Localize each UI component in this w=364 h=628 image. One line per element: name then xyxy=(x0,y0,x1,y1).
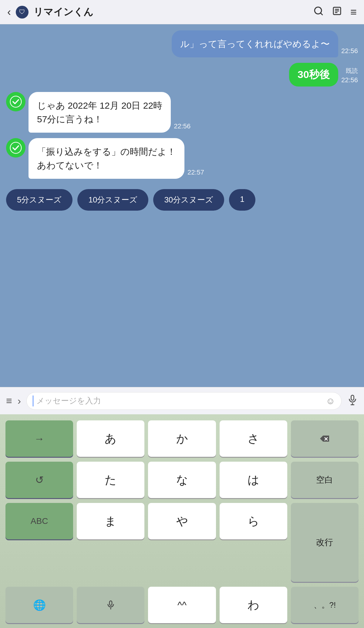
header: ‹ 🛡 リマインくん ≡ xyxy=(0,0,364,24)
keyboard-row-3: ABC ま や ら 改行 xyxy=(0,503,364,582)
message-meta-timer: 既読 22:56 xyxy=(341,67,358,87)
key-sa[interactable]: さ xyxy=(220,420,287,457)
snooze-more-button[interactable]: 1 xyxy=(229,189,255,211)
snooze-5min-button[interactable]: 5分スヌーズ xyxy=(6,189,72,211)
message-bubble-left2: 「振り込みをする」の時間だよ！あわてないで！ xyxy=(29,138,184,179)
message-row-left1: じゃあ 2022年 12月 20日 22時57分に言うね！ 22:56 xyxy=(6,92,358,133)
key-space[interactable]: 空白 xyxy=(291,462,359,498)
message-meta: 22:56 xyxy=(341,47,358,57)
bot-avatar2 xyxy=(6,138,25,158)
mic-button[interactable] xyxy=(347,394,358,408)
message-row-left2: 「振り込みをする」の時間だよ！あわてないで！ 22:57 xyxy=(6,138,358,179)
shield-icon: 🛡 xyxy=(16,6,29,19)
key-a[interactable]: あ xyxy=(77,420,144,457)
snooze-10min-button[interactable]: 10分スヌーズ xyxy=(77,189,148,211)
message-row: 22:56 ル」って言ってくれればやめるよ〜 xyxy=(6,30,358,57)
input-placeholder: メッセージを入力 xyxy=(36,395,323,406)
key-ka[interactable]: か xyxy=(148,420,216,457)
back-button[interactable]: ‹ xyxy=(7,6,11,19)
message-time-left2: 22:57 xyxy=(187,168,204,176)
snooze-row: 5分スヌーズ 10分スヌーズ 30分スヌーズ 1 xyxy=(6,184,358,213)
input-arrow-icon[interactable]: › xyxy=(18,395,21,407)
message-meta-left2: 22:57 xyxy=(187,168,204,179)
header-icons: ≡ xyxy=(313,6,357,19)
key-punctuation[interactable]: 、。?! xyxy=(291,587,359,623)
key-abc[interactable]: ABC xyxy=(5,503,73,539)
key-na[interactable]: な xyxy=(148,462,216,498)
keyboard-row-2: ↺ た な は 空白 xyxy=(0,462,364,498)
read-time: 22:56 xyxy=(341,76,358,84)
emoji-button[interactable]: ☺ xyxy=(326,396,335,406)
message-time: 22:56 xyxy=(341,47,358,55)
keyboard-row-1: → あ か さ xyxy=(0,420,364,457)
key-ra[interactable]: ら xyxy=(220,503,287,539)
chat-area: 22:56 ル」って言ってくれればやめるよ〜 既読 22:56 30秒後 じゃあ… xyxy=(0,24,364,387)
key-ya[interactable]: や xyxy=(148,503,216,539)
note-icon[interactable] xyxy=(332,6,342,18)
key-ha[interactable]: は xyxy=(220,462,287,498)
key-arrow[interactable]: → xyxy=(5,420,73,457)
key-caret[interactable]: ^^ xyxy=(148,587,216,623)
chat-title: リマインくん xyxy=(33,5,308,19)
bot-avatar xyxy=(6,92,25,111)
keyboard: → あ か さ ↺ た な は 空白 ABC ま や ら 改行 🌐 xyxy=(0,414,364,628)
key-undo[interactable]: ↺ xyxy=(5,462,73,498)
input-bar: ≡ › メッセージを入力 ☺ xyxy=(0,387,364,414)
read-label: 既読 xyxy=(346,67,358,75)
svg-point-8 xyxy=(9,141,22,154)
message-row-timer: 既読 22:56 30秒後 xyxy=(6,63,358,87)
snooze-30min-button[interactable]: 30分スヌーズ xyxy=(153,189,224,211)
text-cursor xyxy=(33,395,33,406)
delete-key[interactable] xyxy=(291,420,359,457)
message-bubble-left1: じゃあ 2022年 12月 20日 22時57分に言うね！ xyxy=(29,92,171,133)
svg-point-6 xyxy=(9,95,22,108)
message-meta-left1: 22:56 xyxy=(174,122,190,133)
message-time-left1: 22:56 xyxy=(174,122,190,130)
key-ta[interactable]: た xyxy=(77,462,144,498)
key-enter[interactable]: 改行 xyxy=(291,503,359,582)
key-mic-keyboard[interactable] xyxy=(77,587,144,623)
key-ma[interactable]: ま xyxy=(77,503,144,539)
svg-rect-10 xyxy=(351,395,354,400)
key-globe[interactable]: 🌐 xyxy=(5,587,73,623)
menu-icon[interactable]: ≡ xyxy=(350,6,357,19)
svg-line-1 xyxy=(321,13,322,15)
keyboard-row-4: 🌐 ^^ わ 、。?! xyxy=(0,587,364,623)
timer-bubble: 30秒後 xyxy=(289,63,338,87)
message-input-wrap[interactable]: メッセージを入力 ☺ xyxy=(26,392,342,410)
search-icon[interactable] xyxy=(313,6,324,19)
input-menu-icon[interactable]: ≡ xyxy=(6,395,12,407)
message-bubble: ル」って言ってくれればやめるよ〜 xyxy=(172,30,338,57)
svg-rect-15 xyxy=(110,601,112,606)
key-wa[interactable]: わ xyxy=(220,587,287,623)
